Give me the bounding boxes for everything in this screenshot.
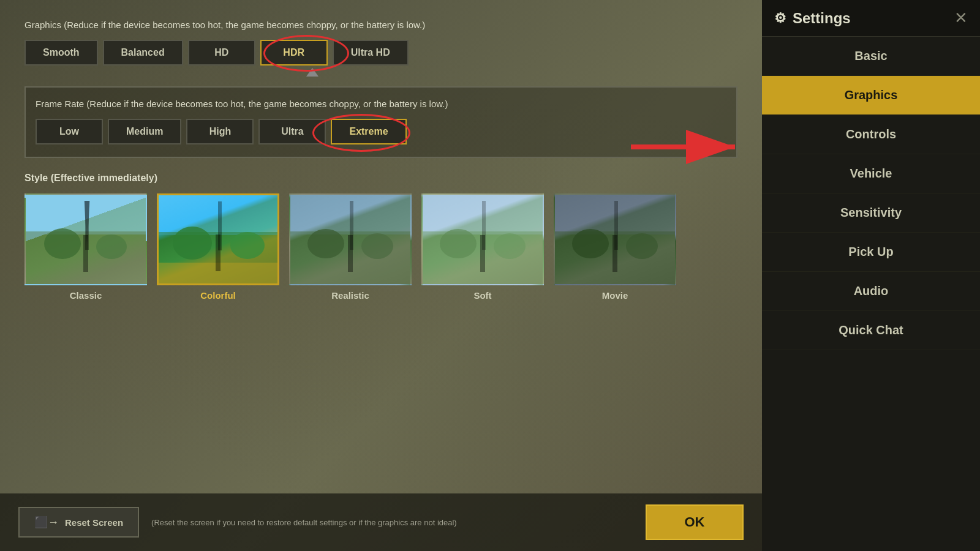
- svg-rect-1: [26, 231, 147, 285]
- style-classic[interactable]: Classic: [24, 193, 147, 301]
- style-movie-img: [554, 193, 676, 285]
- style-colorful-img: [157, 193, 279, 285]
- graphics-quality-label: Graphics (Reduce if the device becomes t…: [24, 18, 737, 31]
- svg-point-16: [361, 233, 393, 259]
- ok-button[interactable]: OK: [646, 504, 744, 540]
- style-realistic-label: Realistic: [331, 290, 369, 301]
- svg-rect-11: [159, 263, 279, 285]
- svg-rect-24: [614, 201, 618, 250]
- style-soft[interactable]: Soft: [421, 193, 544, 301]
- style-soft-label: Soft: [473, 290, 491, 301]
- framerate-medium-btn[interactable]: Medium: [108, 119, 181, 144]
- style-grid: Classic Colorful: [24, 193, 737, 301]
- graphics-quality-section: Graphics (Reduce if the device becomes t…: [24, 18, 737, 77]
- settings-title-text: Settings: [793, 10, 851, 27]
- svg-rect-8: [218, 201, 222, 250]
- style-classic-img: [24, 193, 147, 285]
- style-label: Style (Effective immediately): [24, 173, 737, 184]
- quality-hd-btn[interactable]: HD: [188, 40, 255, 66]
- sidebar-item-sensitivity[interactable]: Sensitivity: [762, 193, 980, 233]
- svg-point-5: [96, 234, 127, 259]
- triangle-indicator: [306, 68, 318, 77]
- svg-rect-19: [482, 201, 486, 250]
- svg-point-15: [307, 229, 344, 258]
- framerate-section: Frame Rate (Reduce if the device becomes…: [24, 86, 737, 158]
- quality-balanced-btn[interactable]: Balanced: [103, 40, 183, 66]
- svg-rect-3: [85, 201, 89, 250]
- style-section: Style (Effective immediately) Classic: [24, 173, 737, 301]
- svg-point-26: [626, 233, 658, 259]
- bottom-bar: ⬛→ Reset Screen (Reset the screen if you…: [0, 493, 762, 551]
- main-content: Graphics (Reduce if the device becomes t…: [0, 0, 762, 551]
- reset-screen-button[interactable]: ⬛→ Reset Screen: [18, 507, 139, 538]
- sidebar: ⚙ Settings ✕ Basic Graphics Controls Veh…: [762, 0, 980, 551]
- sidebar-item-audio[interactable]: Audio: [762, 272, 980, 311]
- sidebar-item-basic[interactable]: Basic: [762, 37, 980, 76]
- style-colorful[interactable]: Colorful: [157, 193, 279, 301]
- sidebar-menu: Basic Graphics Controls Vehicle Sensitiv…: [762, 37, 980, 551]
- graphics-quality-buttons: Smooth Balanced HD HDR Ultra HD: [24, 40, 737, 66]
- style-classic-label: Classic: [70, 290, 102, 301]
- style-movie[interactable]: Movie: [554, 193, 676, 301]
- style-soft-img: [421, 193, 544, 285]
- sidebar-item-controls[interactable]: Controls: [762, 115, 980, 154]
- framerate-extreme-btn[interactable]: Extreme: [331, 119, 406, 144]
- framerate-label: Frame Rate (Reduce if the device becomes…: [36, 97, 726, 110]
- quality-ultrahd-btn[interactable]: Ultra HD: [333, 40, 409, 66]
- svg-rect-14: [350, 201, 353, 250]
- style-colorful-label: Colorful: [200, 290, 236, 301]
- close-button[interactable]: ✕: [954, 9, 968, 28]
- sidebar-item-vehicle[interactable]: Vehicle: [762, 154, 980, 193]
- style-realistic[interactable]: Realistic: [289, 193, 412, 301]
- svg-point-25: [572, 229, 609, 258]
- svg-point-4: [44, 228, 81, 259]
- quality-smooth-btn[interactable]: Smooth: [24, 40, 98, 66]
- gear-icon: ⚙: [774, 10, 786, 26]
- reset-icon: ⬛→: [34, 515, 59, 529]
- svg-point-10: [230, 232, 265, 259]
- svg-point-21: [494, 233, 526, 259]
- sidebar-item-graphics[interactable]: Graphics: [762, 76, 980, 115]
- svg-point-9: [173, 227, 212, 260]
- sidebar-item-pickup[interactable]: Pick Up: [762, 233, 980, 272]
- framerate-high-btn[interactable]: High: [186, 119, 254, 144]
- reset-description: (Reset the screen if you need to restore…: [151, 518, 633, 527]
- reset-label: Reset Screen: [65, 517, 123, 528]
- style-movie-label: Movie: [602, 290, 628, 301]
- framerate-ultra-btn[interactable]: Ultra: [258, 119, 326, 144]
- quality-hdr-btn[interactable]: HDR: [260, 40, 328, 66]
- sidebar-item-quickchat[interactable]: Quick Chat: [762, 311, 980, 350]
- framerate-buttons: Low Medium High Ultra Extreme: [36, 119, 726, 144]
- sidebar-header: ⚙ Settings ✕: [762, 0, 980, 37]
- svg-point-20: [440, 229, 477, 258]
- settings-title: ⚙ Settings: [774, 10, 851, 27]
- framerate-low-btn[interactable]: Low: [36, 119, 103, 144]
- style-realistic-img: [289, 193, 412, 285]
